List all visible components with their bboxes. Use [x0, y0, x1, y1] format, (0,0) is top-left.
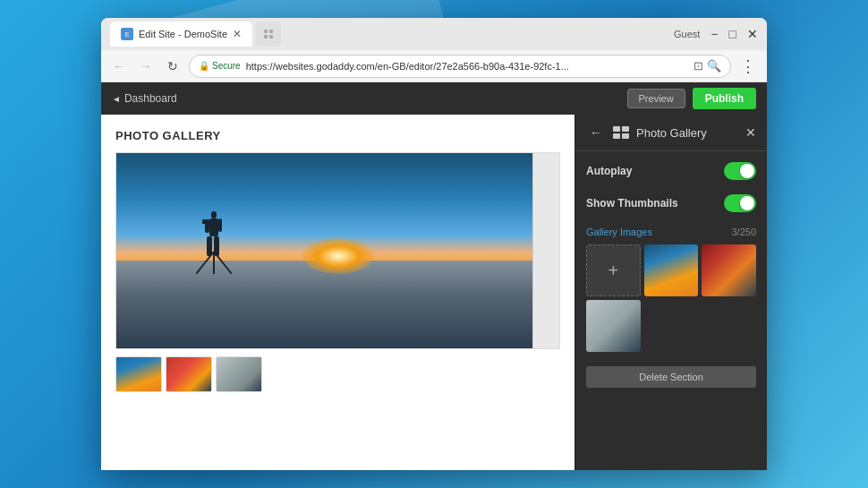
active-tab[interactable]: E Edit Site - DemoSite ✕	[110, 21, 252, 47]
preview-button[interactable]: Preview	[627, 89, 685, 108]
tab-container: E Edit Site - DemoSite ✕	[110, 21, 667, 47]
dashboard-arrow-icon: ◄	[112, 94, 121, 104]
show-thumbnails-row: Show Thumbnails	[586, 194, 756, 212]
svg-rect-9	[218, 218, 222, 232]
autoplay-toggle[interactable]	[724, 162, 756, 180]
secure-label: Secure	[212, 61, 241, 71]
delete-section-button[interactable]: Delete Section	[586, 366, 756, 388]
gallery-image-sunset[interactable]	[644, 244, 699, 296]
toolbar-right: Preview Publish	[627, 88, 756, 109]
url-text: https://websites.godaddy.com/en-GB/edito…	[246, 61, 688, 72]
svg-rect-3	[269, 30, 273, 33]
panel-close-button[interactable]: ✕	[745, 125, 756, 140]
panel-header: ← Photo Gallery ✕	[575, 115, 767, 151]
svg-rect-6	[211, 211, 217, 218]
gallery-image-food[interactable]	[702, 244, 756, 296]
autoplay-label: Autoplay	[586, 165, 724, 177]
svg-rect-10	[207, 236, 212, 256]
page-title: PHOTO GALLERY	[115, 129, 221, 142]
svg-rect-2	[264, 30, 268, 33]
refresh-button[interactable]: ↻	[162, 56, 183, 77]
url-icons: ⊡ 🔍	[694, 59, 721, 73]
thumbnail-food[interactable]	[166, 356, 212, 392]
publish-button[interactable]: Publish	[693, 88, 756, 109]
secure-badge: 🔒 Secure	[199, 61, 241, 71]
forward-button[interactable]: →	[135, 56, 157, 77]
thumbnail-sunset[interactable]	[115, 356, 162, 392]
page-editor: PHOTO GALLERY	[101, 115, 574, 470]
side-strip	[532, 153, 559, 348]
show-thumbnails-label: Show Thumbnails	[586, 197, 724, 210]
svg-rect-5	[269, 35, 273, 39]
gallery-icon	[613, 126, 629, 139]
gallery-images-label: Gallery Images	[586, 227, 731, 237]
gallery-thumbnails	[101, 349, 574, 399]
right-panel: ← Photo Gallery ✕ Autoplay	[574, 115, 767, 470]
minimize-button[interactable]: −	[711, 28, 718, 40]
settings-area: Autoplay Show Thumbnails Gallery Images …	[575, 151, 767, 470]
app-toolbar: ◄ Dashboard Preview Publish	[101, 82, 767, 115]
show-thumbnails-toggle-thumb	[740, 196, 754, 210]
gallery-count: 3/250	[731, 227, 756, 237]
panel-title: Photo Gallery	[636, 126, 738, 140]
maximize-button[interactable]: □	[729, 28, 736, 40]
dashboard-button[interactable]: ◄ Dashboard	[112, 92, 177, 105]
close-button[interactable]: ✕	[747, 28, 758, 40]
tab-close-button[interactable]: ✕	[233, 29, 242, 39]
back-button[interactable]: ←	[108, 56, 130, 77]
sun-glow	[302, 238, 374, 274]
tab-label: Edit Site - DemoSite	[139, 29, 227, 39]
title-bar: E Edit Site - DemoSite ✕ Guest − □ ✕	[101, 18, 767, 50]
gallery-image-camera[interactable]	[586, 300, 641, 352]
tab-favicon: E	[121, 28, 133, 40]
page-header: PHOTO GALLERY	[101, 115, 574, 152]
window-user-label: Guest	[674, 29, 700, 39]
svg-line-13	[214, 252, 232, 274]
thumbnail-camera[interactable]	[216, 356, 262, 392]
gallery-grid: +	[586, 244, 756, 352]
main-content: PHOTO GALLERY	[101, 115, 767, 470]
autoplay-toggle-thumb	[740, 164, 754, 178]
autoplay-row: Autoplay	[586, 162, 756, 180]
address-bar: ← → ↻ 🔒 Secure https://websites.godaddy.…	[101, 50, 767, 82]
cast-icon[interactable]: ⊡	[694, 59, 703, 73]
svg-text:E: E	[125, 31, 130, 38]
dashboard-label: Dashboard	[124, 92, 177, 105]
new-tab-button[interactable]	[256, 21, 281, 47]
photographer-silhouette	[196, 211, 232, 274]
show-thumbnails-toggle[interactable]	[724, 194, 756, 212]
svg-rect-4	[264, 35, 268, 39]
browser-window: E Edit Site - DemoSite ✕ Guest − □ ✕ ← →…	[101, 18, 767, 470]
gallery-main-image[interactable]	[115, 152, 560, 349]
svg-line-12	[196, 252, 214, 274]
gallery-section-header: Gallery Images 3/250	[586, 227, 756, 237]
add-image-button[interactable]: +	[586, 244, 641, 296]
search-icon[interactable]: 🔍	[707, 59, 721, 73]
browser-menu-button[interactable]: ⋮	[736, 55, 760, 78]
svg-rect-15	[202, 219, 209, 224]
window-controls: Guest − □ ✕	[674, 28, 758, 40]
url-bar[interactable]: 🔒 Secure https://websites.godaddy.com/en…	[189, 55, 731, 78]
lock-icon: 🔒	[199, 61, 209, 71]
svg-rect-7	[209, 218, 218, 236]
panel-back-button[interactable]: ←	[586, 124, 606, 141]
